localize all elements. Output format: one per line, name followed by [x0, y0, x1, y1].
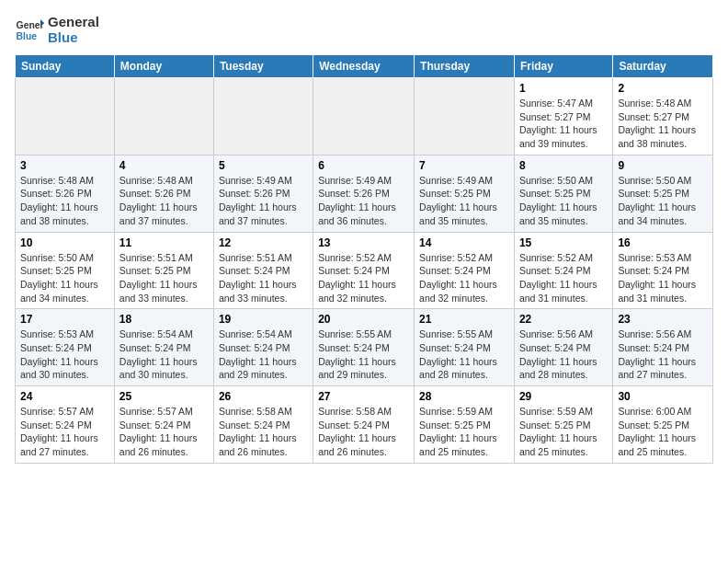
weekday-header-cell: Tuesday	[213, 55, 313, 78]
day-info: Sunrise: 5:52 AM Sunset: 5:24 PM Dayligh…	[318, 251, 409, 305]
day-info: Sunrise: 6:00 AM Sunset: 5:25 PM Dayligh…	[618, 405, 708, 459]
weekday-header-cell: Friday	[514, 55, 612, 78]
day-number: 15	[519, 236, 608, 249]
day-info: Sunrise: 5:58 AM Sunset: 5:24 PM Dayligh…	[318, 405, 409, 459]
logo-name-blue: Blue	[48, 30, 99, 46]
day-info: Sunrise: 5:56 AM Sunset: 5:24 PM Dayligh…	[618, 327, 708, 382]
weekday-header-cell: Wednesday	[313, 55, 415, 78]
calendar-body: 1Sunrise: 5:47 AM Sunset: 5:27 PM Daylig…	[16, 78, 713, 464]
calendar-cell: 12Sunrise: 5:51 AM Sunset: 5:24 PM Dayli…	[213, 232, 313, 309]
day-number: 8	[519, 159, 608, 172]
day-info: Sunrise: 5:57 AM Sunset: 5:24 PM Dayligh…	[119, 405, 209, 459]
calendar-cell: 17Sunrise: 5:53 AM Sunset: 5:24 PM Dayli…	[16, 309, 115, 386]
calendar-cell: 25Sunrise: 5:57 AM Sunset: 5:24 PM Dayli…	[114, 386, 213, 464]
day-info: Sunrise: 5:48 AM Sunset: 5:26 PM Dayligh…	[20, 174, 109, 228]
calendar-cell: 29Sunrise: 5:59 AM Sunset: 5:25 PM Dayli…	[514, 386, 612, 464]
day-number: 30	[618, 390, 708, 403]
calendar-week-row: 1Sunrise: 5:47 AM Sunset: 5:27 PM Daylig…	[16, 78, 713, 155]
day-number: 12	[219, 236, 308, 249]
calendar-cell: 2Sunrise: 5:48 AM Sunset: 5:27 PM Daylig…	[613, 78, 713, 155]
day-info: Sunrise: 5:59 AM Sunset: 5:25 PM Dayligh…	[519, 405, 608, 459]
day-number: 25	[119, 390, 209, 403]
calendar-cell: 11Sunrise: 5:51 AM Sunset: 5:25 PM Dayli…	[114, 232, 213, 309]
day-number: 16	[618, 236, 708, 249]
calendar-cell: 27Sunrise: 5:58 AM Sunset: 5:24 PM Dayli…	[313, 386, 415, 464]
day-info: Sunrise: 5:59 AM Sunset: 5:25 PM Dayligh…	[419, 405, 509, 459]
day-number: 13	[318, 236, 409, 249]
page-header: General Blue General Blue	[15, 15, 713, 45]
calendar-cell: 19Sunrise: 5:54 AM Sunset: 5:24 PM Dayli…	[213, 309, 313, 386]
day-info: Sunrise: 5:48 AM Sunset: 5:27 PM Dayligh…	[618, 97, 708, 151]
calendar-cell: 3Sunrise: 5:48 AM Sunset: 5:26 PM Daylig…	[16, 155, 115, 232]
calendar-cell: 22Sunrise: 5:56 AM Sunset: 5:24 PM Dayli…	[514, 309, 612, 386]
calendar-week-row: 17Sunrise: 5:53 AM Sunset: 5:24 PM Dayli…	[16, 309, 713, 386]
calendar-cell: 1Sunrise: 5:47 AM Sunset: 5:27 PM Daylig…	[514, 78, 612, 155]
day-info: Sunrise: 5:49 AM Sunset: 5:26 PM Dayligh…	[318, 174, 409, 228]
calendar-cell: 5Sunrise: 5:49 AM Sunset: 5:26 PM Daylig…	[213, 155, 313, 232]
calendar-cell: 23Sunrise: 5:56 AM Sunset: 5:24 PM Dayli…	[613, 309, 713, 386]
day-info: Sunrise: 5:54 AM Sunset: 5:24 PM Dayligh…	[219, 327, 308, 382]
day-info: Sunrise: 5:50 AM Sunset: 5:25 PM Dayligh…	[519, 174, 608, 228]
calendar-cell	[16, 78, 115, 155]
calendar-cell: 13Sunrise: 5:52 AM Sunset: 5:24 PM Dayli…	[313, 232, 415, 309]
day-info: Sunrise: 5:50 AM Sunset: 5:25 PM Dayligh…	[20, 251, 109, 305]
day-number: 2	[618, 82, 708, 95]
day-number: 26	[219, 390, 308, 403]
calendar-cell: 16Sunrise: 5:53 AM Sunset: 5:24 PM Dayli…	[613, 232, 713, 309]
calendar-table: SundayMondayTuesdayWednesdayThursdayFrid…	[15, 54, 713, 464]
day-info: Sunrise: 5:49 AM Sunset: 5:25 PM Dayligh…	[419, 174, 509, 228]
calendar-cell: 30Sunrise: 6:00 AM Sunset: 5:25 PM Dayli…	[613, 386, 713, 464]
calendar-cell: 10Sunrise: 5:50 AM Sunset: 5:25 PM Dayli…	[16, 232, 115, 309]
calendar-cell	[415, 78, 515, 155]
day-number: 21	[419, 313, 509, 326]
day-number: 4	[119, 159, 209, 172]
day-number: 29	[519, 390, 608, 403]
calendar-cell: 20Sunrise: 5:55 AM Sunset: 5:24 PM Dayli…	[313, 309, 415, 386]
day-info: Sunrise: 5:51 AM Sunset: 5:25 PM Dayligh…	[119, 251, 209, 305]
calendar-cell: 15Sunrise: 5:52 AM Sunset: 5:24 PM Dayli…	[514, 232, 612, 309]
calendar-week-row: 3Sunrise: 5:48 AM Sunset: 5:26 PM Daylig…	[16, 155, 713, 232]
day-info: Sunrise: 5:52 AM Sunset: 5:24 PM Dayligh…	[419, 251, 509, 305]
day-number: 9	[618, 159, 708, 172]
svg-text:Blue: Blue	[17, 30, 38, 40]
day-info: Sunrise: 5:53 AM Sunset: 5:24 PM Dayligh…	[618, 251, 708, 305]
day-number: 5	[219, 159, 308, 172]
day-info: Sunrise: 5:48 AM Sunset: 5:26 PM Dayligh…	[119, 174, 209, 228]
calendar-cell: 14Sunrise: 5:52 AM Sunset: 5:24 PM Dayli…	[415, 232, 515, 309]
calendar-cell	[313, 78, 415, 155]
day-info: Sunrise: 5:57 AM Sunset: 5:24 PM Dayligh…	[20, 405, 109, 459]
day-number: 27	[318, 390, 409, 403]
weekday-header-cell: Saturday	[613, 55, 713, 78]
logo-icon: General Blue	[15, 16, 44, 45]
day-number: 23	[618, 313, 708, 326]
day-number: 3	[20, 159, 109, 172]
day-info: Sunrise: 5:56 AM Sunset: 5:24 PM Dayligh…	[519, 327, 608, 382]
weekday-header-cell: Sunday	[16, 55, 115, 78]
day-info: Sunrise: 5:51 AM Sunset: 5:24 PM Dayligh…	[219, 251, 308, 305]
calendar-cell: 9Sunrise: 5:50 AM Sunset: 5:25 PM Daylig…	[613, 155, 713, 232]
calendar-cell: 18Sunrise: 5:54 AM Sunset: 5:24 PM Dayli…	[114, 309, 213, 386]
weekday-header-cell: Thursday	[415, 55, 515, 78]
calendar-cell: 4Sunrise: 5:48 AM Sunset: 5:26 PM Daylig…	[114, 155, 213, 232]
weekday-header-row: SundayMondayTuesdayWednesdayThursdayFrid…	[16, 55, 713, 78]
day-info: Sunrise: 5:53 AM Sunset: 5:24 PM Dayligh…	[20, 327, 109, 382]
day-number: 10	[20, 236, 109, 249]
day-info: Sunrise: 5:52 AM Sunset: 5:24 PM Dayligh…	[519, 251, 608, 305]
day-number: 17	[20, 313, 109, 326]
day-info: Sunrise: 5:49 AM Sunset: 5:26 PM Dayligh…	[219, 174, 308, 228]
calendar-cell: 6Sunrise: 5:49 AM Sunset: 5:26 PM Daylig…	[313, 155, 415, 232]
calendar-week-row: 10Sunrise: 5:50 AM Sunset: 5:25 PM Dayli…	[16, 232, 713, 309]
day-number: 14	[419, 236, 509, 249]
day-number: 28	[419, 390, 509, 403]
day-info: Sunrise: 5:58 AM Sunset: 5:24 PM Dayligh…	[219, 405, 308, 459]
calendar-cell: 21Sunrise: 5:55 AM Sunset: 5:24 PM Dayli…	[415, 309, 515, 386]
day-info: Sunrise: 5:50 AM Sunset: 5:25 PM Dayligh…	[618, 174, 708, 228]
day-info: Sunrise: 5:47 AM Sunset: 5:27 PM Dayligh…	[519, 97, 608, 151]
day-number: 1	[519, 82, 608, 95]
calendar-cell	[213, 78, 313, 155]
calendar-cell: 8Sunrise: 5:50 AM Sunset: 5:25 PM Daylig…	[514, 155, 612, 232]
day-info: Sunrise: 5:55 AM Sunset: 5:24 PM Dayligh…	[318, 327, 409, 382]
day-number: 18	[119, 313, 209, 326]
calendar-week-row: 24Sunrise: 5:57 AM Sunset: 5:24 PM Dayli…	[16, 386, 713, 464]
day-info: Sunrise: 5:54 AM Sunset: 5:24 PM Dayligh…	[119, 327, 209, 382]
